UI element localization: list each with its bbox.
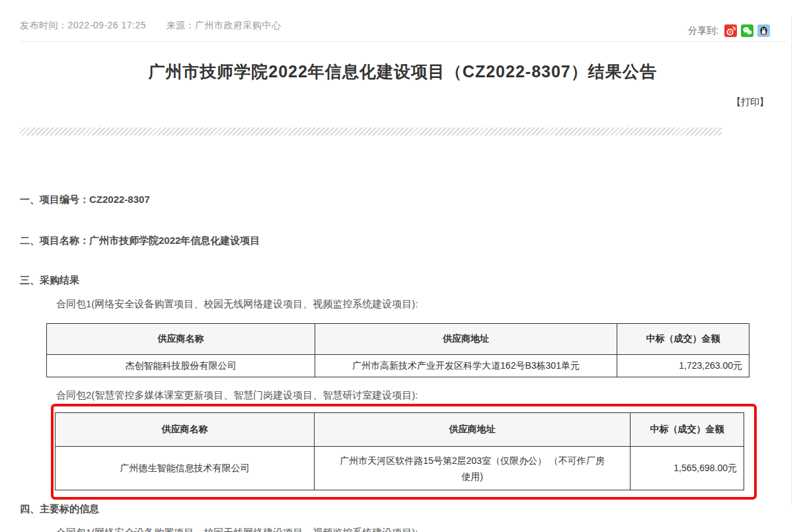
procurement-result-announcement-page: 发布时间：2022-09-26 17:25 来源：广州市政府采购中心 分享到:	[0, 0, 805, 532]
supplier-name-cell: 广州德生智能信息技术有限公司	[56, 447, 315, 490]
section-main-subject-info: 四、主要标的信息	[20, 503, 99, 515]
clipped-bottom-line: 合同包1(网络安全设备购置项目、校园无线网络建设项目、视频监控系统建设项目):	[56, 527, 418, 532]
page-title: 广州市技师学院2022年信息化建设项目（CZ2022-8307）结果公告	[0, 61, 805, 83]
header-supplier-name: 供应商名称	[47, 324, 315, 355]
result-table-package1: 供应商名称 供应商地址 中标（成交）金额 杰创智能科技股份有限公司 广州市高新技…	[46, 323, 749, 377]
share-group: 分享到:	[688, 24, 770, 37]
section-procurement-result: 三、采购结果	[20, 274, 79, 287]
header-award-amount: 中标（成交）金额	[631, 413, 744, 447]
package1-intro: 合同包1(网络安全设备购置项目、校园无线网络建设项目、视频监控系统建设项目):	[56, 298, 418, 311]
wechat-share-icon[interactable]	[741, 24, 753, 37]
weibo-share-icon[interactable]	[724, 24, 737, 37]
header-supplier-name: 供应商名称	[56, 413, 315, 447]
award-amount-cell: 1,565,698.00元	[631, 447, 744, 490]
content-right-border	[791, 17, 792, 506]
print-button[interactable]: 【打印】	[732, 96, 769, 108]
qq-share-icon[interactable]	[757, 24, 770, 37]
share-label: 分享到:	[688, 25, 718, 37]
supplier-address-cell: 广州市高新技术产业开发区科学大道162号B3栋301单元	[315, 355, 617, 377]
supplier-address-cell: 广州市天河区软件路15号第2层203室（仅限办公） （不可作厂房使用)	[315, 447, 631, 490]
header-supplier-address: 供应商地址	[315, 413, 631, 447]
table-header-row: 供应商名称 供应商地址 中标（成交）金额	[56, 413, 744, 447]
table-row: 杰创智能科技股份有限公司 广州市高新技术产业开发区科学大道162号B3栋301单…	[47, 355, 749, 377]
table-header-row: 供应商名称 供应商地址 中标（成交）金额	[47, 324, 749, 355]
section-project-name: 二、项目名称：广州市技师学院2022年信息化建设项目	[20, 235, 260, 247]
header-award-amount: 中标（成交）金额	[617, 324, 749, 355]
result-table-package2: 供应商名称 供应商地址 中标（成交）金额 广州德生智能信息技术有限公司 广州市天…	[55, 412, 744, 490]
header-supplier-address: 供应商地址	[315, 324, 617, 355]
section-project-number: 一、项目编号：CZ2022-8307	[20, 194, 150, 206]
publish-time-text: 发布时间：2022-09-26 17:25	[20, 20, 146, 30]
hatched-divider	[20, 128, 722, 135]
award-amount-cell: 1,723,263.00元	[617, 355, 749, 377]
table-row: 广州德生智能信息技术有限公司 广州市天河区软件路15号第2层203室（仅限办公）…	[56, 447, 744, 490]
meta-line: 发布时间：2022-09-26 17:25 来源：广州市政府采购中心	[20, 20, 281, 32]
package2-intro: 合同包2(智慧管控多媒体课室更新项目、智慧门岗建设项目、智慧研讨室建设项目):	[56, 389, 418, 402]
source-text: 来源：广州市政府采购中心	[166, 20, 281, 30]
supplier-name-cell: 杰创智能科技股份有限公司	[47, 355, 315, 377]
header-divider	[20, 41, 786, 42]
